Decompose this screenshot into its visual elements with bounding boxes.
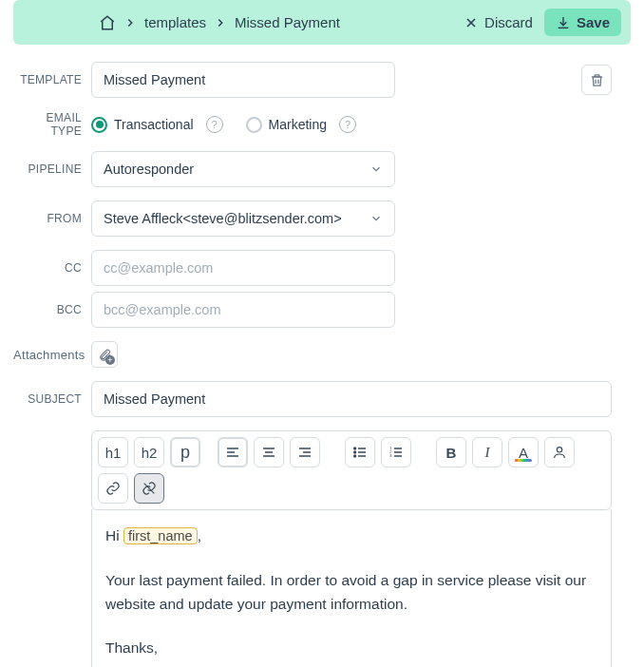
user-icon xyxy=(552,445,567,460)
help-icon[interactable]: ? xyxy=(206,116,223,133)
bcc-input[interactable] xyxy=(91,292,395,328)
color-swatch-icon xyxy=(515,459,532,462)
svg-point-1 xyxy=(354,451,356,453)
pipeline-label: PIPELINE xyxy=(13,162,91,176)
save-button[interactable]: Save xyxy=(544,9,621,36)
bullet-list-button[interactable] xyxy=(345,437,375,467)
help-icon[interactable]: ? xyxy=(339,116,356,133)
align-center-button[interactable] xyxy=(254,437,284,467)
chevron-down-icon xyxy=(369,212,383,225)
paragraph-button[interactable]: p xyxy=(170,437,200,467)
bcc-label: BCC xyxy=(13,303,91,316)
email-type-radio-group: Transactional ? Marketing ? xyxy=(91,116,356,133)
delete-template-button[interactable] xyxy=(581,65,612,95)
body-greeting-suffix: , xyxy=(198,527,201,543)
unlink-icon xyxy=(142,481,157,496)
from-select[interactable]: Steve Affleck<steve@blitzsender.com> xyxy=(91,200,395,237)
radio-transactional[interactable]: Transactional ? xyxy=(91,116,223,133)
from-value: Steve Affleck<steve@blitzsender.com> xyxy=(104,211,342,226)
svg-point-2 xyxy=(354,455,356,457)
breadcrumb-current: Missed Payment xyxy=(235,14,340,30)
merge-field-first-name[interactable]: first_name xyxy=(123,527,198,544)
align-right-icon xyxy=(297,445,313,460)
bullet-list-icon xyxy=(352,445,368,460)
home-icon[interactable] xyxy=(99,14,116,31)
attachments-label: Attachments xyxy=(13,348,91,362)
align-right-button[interactable] xyxy=(290,437,320,467)
text-color-button[interactable]: A xyxy=(508,437,539,467)
body-paragraph: Your last payment failed. In order to av… xyxy=(105,569,597,617)
italic-button[interactable]: I xyxy=(472,437,502,467)
breadcrumb: templates Missed Payment xyxy=(23,14,452,31)
radio-label: Transactional xyxy=(114,117,194,132)
subject-input[interactable] xyxy=(91,381,612,417)
insert-user-button[interactable] xyxy=(544,437,575,467)
svg-point-6 xyxy=(557,448,561,452)
email-body-editor[interactable]: Hi first_name, Your last payment failed.… xyxy=(91,509,612,667)
editor-toolbar: h1 h2 p 123 B I A xyxy=(91,430,612,510)
cc-label: CC xyxy=(13,261,91,275)
body-greeting-prefix: Hi xyxy=(105,527,123,543)
link-icon xyxy=(105,481,121,496)
radio-marketing[interactable]: Marketing ? xyxy=(246,116,356,133)
numbered-list-button[interactable]: 123 xyxy=(381,437,411,467)
bold-button[interactable]: B xyxy=(436,437,466,467)
body-signoff: Thanks, xyxy=(105,637,597,660)
align-left-icon xyxy=(225,445,240,460)
svg-point-0 xyxy=(354,448,356,449)
discard-label: Discard xyxy=(484,14,533,30)
trash-icon xyxy=(589,72,605,88)
add-attachment-button[interactable]: + xyxy=(91,341,118,368)
unlink-button[interactable] xyxy=(134,473,164,504)
radio-icon xyxy=(246,117,262,133)
plus-badge-icon: + xyxy=(105,355,115,365)
align-center-icon xyxy=(261,445,276,460)
align-left-button[interactable] xyxy=(218,437,248,467)
cc-input[interactable] xyxy=(91,250,395,286)
chevron-right-icon xyxy=(123,16,137,29)
top-action-bar: templates Missed Payment Discard Save xyxy=(13,0,631,45)
pipeline-value: Autoresponder xyxy=(104,162,194,177)
heading1-button[interactable]: h1 xyxy=(98,437,128,467)
radio-icon-checked xyxy=(91,117,107,133)
save-label: Save xyxy=(577,14,610,30)
breadcrumb-templates[interactable]: templates xyxy=(144,14,206,30)
chevron-right-icon xyxy=(214,16,227,29)
numbered-list-icon: 123 xyxy=(388,445,404,460)
svg-text:3: 3 xyxy=(389,453,392,458)
discard-button[interactable]: Discard xyxy=(452,9,544,36)
pipeline-select[interactable]: Autoresponder xyxy=(91,151,395,187)
heading2-button[interactable]: h2 xyxy=(134,437,164,467)
chevron-down-icon xyxy=(369,162,383,176)
template-name-input[interactable] xyxy=(91,62,395,98)
insert-link-button[interactable] xyxy=(98,473,128,504)
radio-label: Marketing xyxy=(269,117,327,132)
close-icon xyxy=(464,15,479,30)
subject-label: SUBJECT xyxy=(13,392,91,406)
download-icon xyxy=(556,15,571,30)
template-label: TEMPLATE xyxy=(13,73,91,86)
email-type-label: EMAIL TYPE xyxy=(13,111,91,138)
from-label: FROM xyxy=(13,212,91,225)
